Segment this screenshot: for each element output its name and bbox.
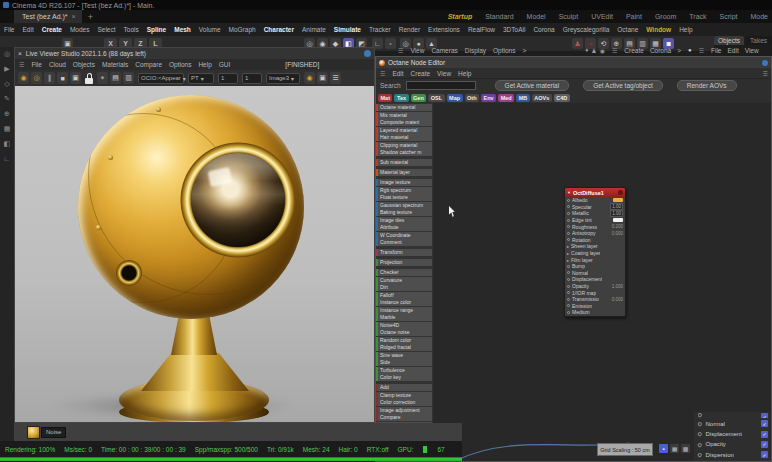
menu-item[interactable]: Modes [70, 26, 90, 33]
ne-menu-icon[interactable]: ☰ [380, 70, 385, 77]
viewport-icon[interactable]: ♦ [585, 47, 588, 53]
node-header[interactable]: ▼ OctDiffuse1 [565, 188, 625, 197]
viewport-icon[interactable]: ♟ [591, 47, 596, 54]
node-type-item[interactable]: Baking texture [376, 209, 432, 216]
input-pin[interactable] [567, 291, 570, 294]
viewport-menu-item[interactable]: Display [465, 47, 486, 54]
category-chip[interactable]: AOVs [532, 94, 552, 102]
property-row[interactable]: Dispersion ✓ [698, 450, 768, 460]
node-type-item[interactable]: Color key [376, 374, 432, 381]
parameter-value[interactable] [613, 218, 623, 222]
category-chip[interactable]: Env [481, 94, 496, 102]
category-chip[interactable]: Tex [394, 94, 408, 102]
checkbox-checked[interactable]: ✓ [761, 451, 768, 458]
lv-toolbar-icon[interactable]: ▤ [110, 72, 121, 84]
layout-tab[interactable]: UVEdit [591, 13, 613, 20]
node-parameter-row[interactable]: Anisotropy 0.000 [565, 230, 625, 237]
node-type-item[interactable]: Image adjustment [376, 407, 432, 414]
viewport-menu-icon[interactable]: ☰ [398, 47, 403, 54]
input-pin[interactable] [567, 243, 569, 249]
input-pin[interactable] [567, 205, 570, 208]
menu-item[interactable]: Mesh [174, 26, 191, 33]
toolbar-icon[interactable]: ▫ [385, 38, 396, 49]
close-tab-icon[interactable]: × [72, 13, 76, 20]
lv-menu-item[interactable]: Materials [102, 61, 128, 68]
node-type-item[interactable]: Gaussian spectrum [376, 202, 432, 209]
node-type-item[interactable]: Layered material [376, 127, 432, 134]
palette-icon[interactable]: ▦ [4, 125, 11, 133]
node-parameter-row[interactable]: Normal [565, 270, 625, 277]
category-chip[interactable]: Mat [378, 94, 392, 102]
lv-menu-item[interactable]: Objects [73, 61, 95, 68]
input-pin[interactable] [567, 238, 570, 241]
node-type-item[interactable]: Composite materi [376, 119, 432, 126]
input-pin[interactable] [567, 265, 570, 268]
node-type-item[interactable]: Noise4D [376, 322, 432, 329]
lv-toolbar-icon[interactable]: ☰ [330, 72, 341, 84]
node-type-item[interactable]: Sine wave [376, 352, 432, 359]
viewport-menu-item[interactable]: Corona [650, 47, 671, 54]
node-type-item[interactable]: Shadow catcher m [376, 149, 432, 156]
node-type-item[interactable]: Ridged fractal [376, 344, 432, 351]
node-type-item[interactable]: Hair material [376, 134, 432, 141]
ocio-dropdown[interactable]: OCIO:<Appear ▾ [138, 73, 184, 84]
palette-icon[interactable]: ⊕ [4, 110, 10, 118]
dock-icon[interactable] [762, 60, 768, 66]
pass-dropdown[interactable]: Image3 ▾ [266, 73, 300, 84]
sync-icon[interactable] [364, 50, 371, 57]
menu-item[interactable]: Select [97, 26, 115, 33]
action-button[interactable]: Get Active material [495, 80, 570, 91]
layout-tab[interactable]: Sculpt [559, 13, 578, 20]
node-parameter-row[interactable]: Roughness 0.200 [565, 223, 625, 230]
spin-field-1[interactable]: 1 [218, 73, 238, 84]
ne-menu-item[interactable]: Create [411, 70, 431, 77]
create-menu-icon[interactable]: ☰ [612, 47, 617, 54]
lv-menu-item[interactable]: File [31, 61, 41, 68]
layout-tab[interactable]: Model [527, 13, 546, 20]
lv-menu-icon[interactable]: ☰ [19, 61, 24, 68]
menu-item[interactable]: Character [264, 26, 294, 33]
viewport-menu-item[interactable]: > [522, 47, 526, 54]
live-viewer-titlebar[interactable]: × Live Viewer Studio 2021.1.6 (88 days l… [15, 48, 374, 59]
node-type-item[interactable]: Clamp texture [376, 392, 432, 399]
palette-icon[interactable]: ∟ [4, 155, 11, 163]
lv-menu-item[interactable]: Help [198, 61, 211, 68]
menu-item[interactable]: Create [42, 26, 62, 33]
render-viewport[interactable] [15, 86, 374, 422]
node-parameter-row[interactable]: Medium [565, 309, 625, 316]
node-type-item[interactable]: Rgb spectrum [376, 187, 432, 194]
property-pin[interactable] [697, 452, 702, 457]
layout-tab[interactable]: Script [720, 13, 738, 20]
lv-toolbar-icon[interactable]: ◉ [18, 72, 29, 84]
input-pin[interactable] [567, 232, 570, 235]
viewport-menu-item[interactable]: View [410, 47, 424, 54]
property-row[interactable]: Normal ✓ [698, 418, 768, 428]
node-parameter-row[interactable]: Transmissio 0.000 [565, 296, 625, 303]
fit-view-icon[interactable]: ▪ [659, 444, 668, 453]
palette-icon[interactable]: ✎ [4, 95, 10, 103]
menu-item[interactable]: Simulate [334, 26, 361, 33]
material-name-label[interactable]: Noise [41, 427, 66, 438]
node-type-item[interactable]: Attribute [376, 224, 432, 231]
category-chip[interactable]: Med [498, 94, 514, 102]
user-icon[interactable]: ● [688, 47, 692, 53]
layout-tab[interactable]: Standard [485, 13, 513, 20]
node-parameter-row[interactable]: Opacity 1.000 [565, 283, 625, 290]
layout-tab[interactable]: Startup [448, 13, 473, 20]
node-type-item[interactable]: Image tiles [376, 217, 432, 224]
ne-options-icon[interactable]: ☰ [763, 70, 768, 77]
lv-toolbar-icon[interactable]: ■ [57, 72, 68, 84]
layout-tab[interactable]: Mode [750, 13, 768, 20]
parameter-value[interactable]: 0.000 [612, 297, 623, 302]
new-tab-icon[interactable]: + [88, 12, 93, 22]
input-pin[interactable] [567, 250, 569, 256]
property-row[interactable]: Opacity ✓ [698, 439, 768, 449]
palette-icon[interactable]: ◎ [4, 50, 10, 58]
object-manager-menu-item[interactable]: File [711, 47, 721, 54]
input-pin[interactable] [567, 199, 570, 202]
checkbox-checked[interactable]: ✓ [761, 431, 768, 438]
node-type-item[interactable]: W Coordinate [376, 232, 432, 239]
node-parameter-row[interactable]: Displacement [565, 276, 625, 283]
palette-icon[interactable]: ◇ [4, 80, 9, 88]
menu-item[interactable]: RealFlow [468, 26, 495, 33]
